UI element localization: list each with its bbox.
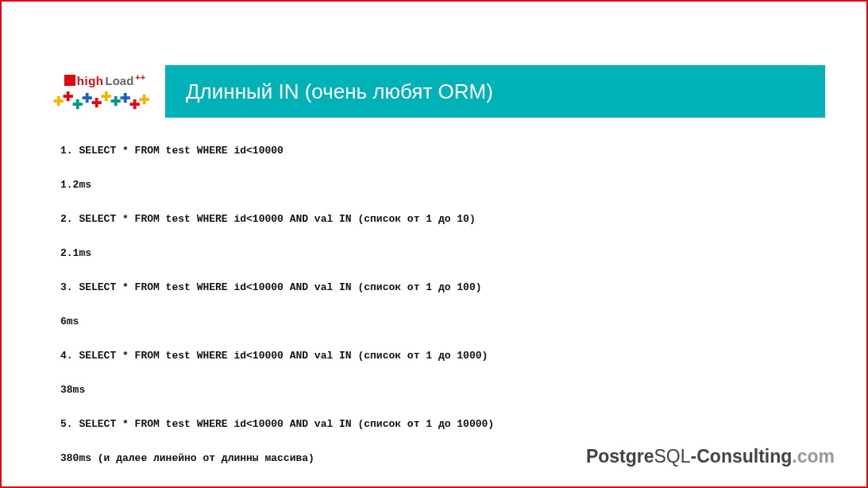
logo-part-high: high: [77, 74, 104, 87]
highload-glyph-icon: [64, 75, 75, 86]
header: high Load ++ ✚✚✚✚✚✚✚✚✚✚ Длинный IN (очен…: [49, 65, 866, 118]
confetti-decoration: ✚✚✚✚✚✚✚✚✚✚: [53, 91, 156, 110]
footer-p3: Consulting: [696, 446, 792, 467]
code-line: 2.1ms: [60, 247, 819, 259]
code-line: 2. SELECT * FROM test WHERE id<10000 AND…: [60, 213, 819, 225]
code-line: 6ms: [60, 316, 819, 327]
code-line: 38ms: [60, 384, 819, 396]
code-line: 3. SELECT * FROM test WHERE id<10000 AND…: [60, 281, 819, 293]
plus-icon: ✚: [139, 94, 149, 107]
footer-p1: Postgre: [586, 446, 654, 467]
title-bar: Длинный IN (очень любят ORM): [165, 65, 825, 118]
slide-title: Длинный IN (очень любят ORM): [186, 79, 493, 104]
code-line: 1.2ms: [60, 179, 819, 191]
slide-content: 1. SELECT * FROM test WHERE id<100001.2m…: [60, 145, 819, 486]
logo-plus: ++: [135, 72, 145, 82]
highload-logo: high Load ++ ✚✚✚✚✚✚✚✚✚✚: [49, 65, 160, 118]
highload-wordmark: high Load ++: [64, 74, 145, 87]
code-line: 4. SELECT * FROM test WHERE id<10000 AND…: [60, 350, 819, 362]
slide: high Load ++ ✚✚✚✚✚✚✚✚✚✚ Длинный IN (очен…: [0, 0, 868, 488]
footer-logo: PostgreSQL-Consulting.com: [586, 446, 835, 467]
logo-part-load: Load: [105, 74, 133, 87]
code-line: 5. SELECT * FROM test WHERE id<10000 AND…: [60, 418, 819, 430]
code-line: 1. SELECT * FROM test WHERE id<10000: [60, 145, 819, 157]
footer-p2: SQL: [654, 446, 691, 467]
footer-p4: .com: [792, 446, 835, 467]
